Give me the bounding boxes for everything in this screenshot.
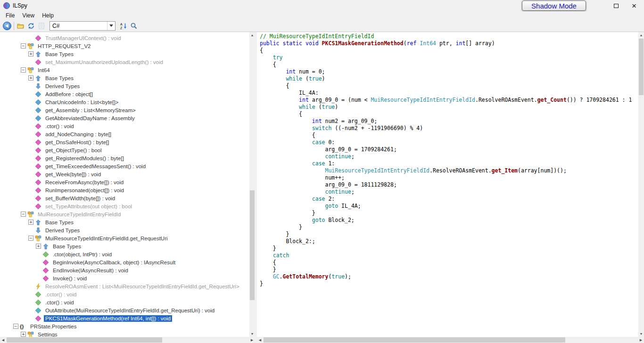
- tree-item[interactable]: ResolveROAsmEvent : List<MuiResourceType…: [0, 282, 249, 290]
- tree-item[interactable]: TrustManagerUIContext() : void: [0, 34, 249, 42]
- maximize-button[interactable]: [608, 0, 624, 11]
- scrollbar-thumb[interactable]: [639, 39, 644, 95]
- tree-item[interactable]: get_ObjectType() : bool: [0, 146, 249, 154]
- collapse-expander-icon[interactable]: −: [21, 43, 27, 49]
- code-line: case 0:: [260, 139, 638, 146]
- expand-expander-icon[interactable]: +: [28, 220, 35, 225]
- derived-types-icon: [35, 227, 42, 234]
- assembly-tree[interactable]: TrustManagerUIContext() : void−HTTP_REQU…: [0, 32, 249, 337]
- tree-item[interactable]: −MuiResourceTypeIdIntEntryFieldId: [0, 210, 249, 218]
- expand-expander-icon[interactable]: +: [21, 332, 27, 337]
- code-token: .: [280, 273, 283, 280]
- code-token: ((-num2 + -1191906690) % 4): [331, 125, 423, 131]
- scroll-left-icon[interactable]: ◀: [0, 337, 6, 343]
- reload-assemblies-button[interactable]: [26, 21, 36, 31]
- tree-item[interactable]: BeginInvoke(AsyncCallback, object) : IAs…: [0, 258, 249, 266]
- scrollbar-thumb[interactable]: [250, 190, 255, 300]
- tree-item[interactable]: .cctor() : void: [0, 290, 249, 298]
- tree-item[interactable]: get_Assembly : List<MemoryStream>: [0, 106, 249, 114]
- tree-item[interactable]: −Int64: [0, 66, 249, 74]
- scroll-down-icon[interactable]: ▼: [249, 331, 255, 337]
- collapse-expander-icon[interactable]: −: [21, 212, 27, 217]
- tree-item[interactable]: −{}PRState.Properties: [0, 322, 249, 330]
- shadow-mode-button[interactable]: Shadow Mode: [522, 0, 586, 11]
- tree-item[interactable]: +Base Types: [0, 50, 249, 58]
- expand-expander-icon[interactable]: +: [28, 51, 35, 57]
- event-icon: [35, 283, 42, 290]
- code-line: {: [260, 259, 638, 266]
- tree-item[interactable]: −HTTP_REQUEST_V2: [0, 42, 249, 50]
- tree-item[interactable]: set_MaximumUnauthorizedUploadLength() : …: [0, 58, 249, 66]
- tree-item[interactable]: set_TypeAttributes(out object) : bool: [0, 202, 249, 210]
- tree-item[interactable]: get_RegisteredModules() : byte[]: [0, 154, 249, 162]
- tree-item[interactable]: PKCS1MaskGenerationMethod(ref Int64, int…: [0, 314, 249, 322]
- tree-item[interactable]: CharUnicodeInfo : List<byte[]>: [0, 98, 249, 106]
- tree-item[interactable]: +Base Types: [0, 242, 249, 250]
- expand-expander-icon[interactable]: +: [28, 75, 35, 81]
- collapse-treenodes-button[interactable]: [36, 21, 47, 31]
- method-icon: [42, 275, 50, 282]
- tree-item[interactable]: GetAbbreviatedDayName : Assembly: [0, 114, 249, 122]
- code-token: [] array): [465, 40, 495, 47]
- base-types-icon: [35, 51, 42, 57]
- tree-item[interactable]: get_DnsSafeHost() : byte[]: [0, 138, 249, 146]
- language-select[interactable]: C#: [50, 21, 116, 31]
- scrollbar-thumb[interactable]: [7, 337, 162, 343]
- tree-item[interactable]: −MuiResourceTypeIdIntEntryFieldId.get_Re…: [0, 234, 249, 242]
- tree-item[interactable]: get_Week(byte[]) : void: [0, 170, 249, 178]
- tree-item[interactable]: EndInvoke(IAsyncResult) : void: [0, 266, 249, 274]
- class-icon: [27, 43, 35, 49]
- tree-item[interactable]: .ctor() : void: [0, 122, 249, 130]
- back-button[interactable]: [2, 21, 12, 31]
- menu-help[interactable]: Help: [38, 12, 58, 19]
- tree-item[interactable]: Derived Types: [0, 82, 249, 90]
- code-token: [260, 139, 312, 146]
- tree-item-label: PRState.Properties: [29, 323, 78, 330]
- decompiled-code-view[interactable]: // MuiResourceTypeIdIntEntryFieldIdpubli…: [257, 32, 638, 337]
- open-file-button[interactable]: [16, 21, 26, 31]
- tree-item[interactable]: +Settings: [0, 330, 249, 337]
- scrollbar-thumb[interactable]: [264, 337, 565, 343]
- code-line: {: [260, 111, 638, 118]
- scroll-right-icon[interactable]: ▶: [638, 337, 644, 343]
- scroll-up-icon[interactable]: ▲: [638, 32, 644, 38]
- tree-item[interactable]: AddBefore : object[]: [0, 90, 249, 98]
- tree-item[interactable]: .ctor() : void: [0, 298, 249, 306]
- expand-expander-icon[interactable]: +: [36, 244, 42, 249]
- code-token: [260, 97, 299, 103]
- tree-item[interactable]: OutAttribute(MuiResourceTypeIdIntEntryFi…: [0, 306, 249, 314]
- code-line: arg_09_0 = 1811129828;: [260, 181, 638, 188]
- scroll-up-icon[interactable]: ▲: [249, 32, 255, 38]
- class-icon: [27, 331, 35, 337]
- menu-file[interactable]: File: [2, 12, 18, 19]
- tree-item[interactable]: +Base Types: [0, 218, 249, 226]
- code-vertical-scrollbar[interactable]: ▲ ▼: [638, 32, 644, 337]
- tree-item[interactable]: Derived Types: [0, 226, 249, 234]
- menu-view[interactable]: View: [18, 12, 38, 19]
- ctor-icon: [42, 251, 50, 258]
- scroll-left-icon[interactable]: ◀: [257, 337, 263, 343]
- code-token: ;: [351, 153, 355, 160]
- code-horizontal-scrollbar[interactable]: ◀ ▶: [257, 337, 644, 343]
- scroll-right-icon[interactable]: ▶: [249, 337, 255, 343]
- tree-item[interactable]: get_TimeExceededMessagesSent() : void: [0, 162, 249, 170]
- tree-item[interactable]: +Base Types: [0, 74, 249, 82]
- tree-item[interactable]: .ctor(object, IntPtr) : void: [0, 250, 249, 258]
- collapse-expander-icon[interactable]: −: [28, 236, 35, 241]
- collapse-expander-icon[interactable]: −: [21, 67, 27, 73]
- tree-item[interactable]: Invoke() : void: [0, 274, 249, 282]
- tree-item[interactable]: ReceiveFromAsync(byte[]) : void: [0, 178, 249, 186]
- sort-assemblies-button[interactable]: A Z: [118, 21, 129, 31]
- tree-horizontal-scrollbar[interactable]: ◀ ▶: [0, 337, 255, 343]
- tree-item-label: Base Types: [44, 219, 75, 226]
- collapse-expander-icon[interactable]: −: [13, 324, 20, 329]
- tree-item[interactable]: set_BufferWidth(byte[]) : void: [0, 194, 249, 202]
- tree-item[interactable]: RunImpersonated(object[]) : void: [0, 186, 249, 194]
- tree-vertical-scrollbar[interactable]: ▲ ▼: [249, 32, 255, 337]
- scroll-down-icon[interactable]: ▼: [638, 331, 644, 337]
- close-button[interactable]: [626, 0, 642, 11]
- search-button[interactable]: [129, 21, 139, 31]
- tree-item[interactable]: add_NodeChanging : byte[]: [0, 130, 249, 138]
- code-line: {: [260, 61, 638, 68]
- method-icon: [35, 315, 42, 322]
